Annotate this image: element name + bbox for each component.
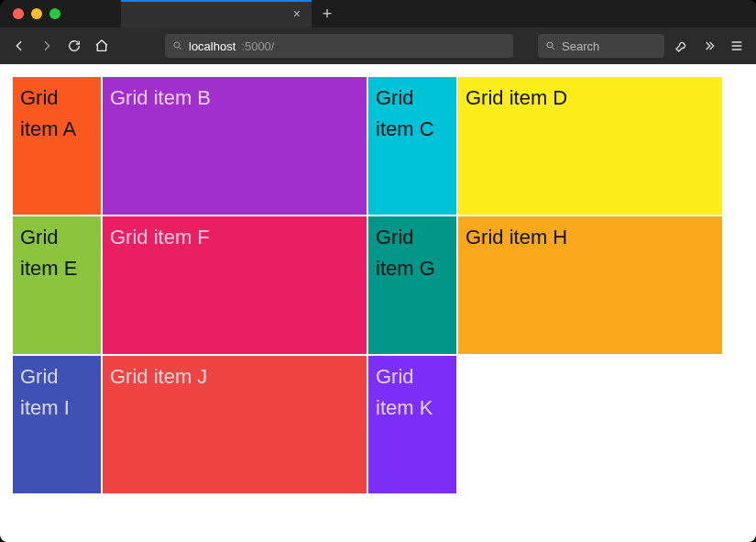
svg-point-0 <box>174 42 180 48</box>
search-icon <box>172 40 183 51</box>
reload-button[interactable] <box>64 36 84 56</box>
grid-item: Grid item I <box>13 356 101 493</box>
titlebar: × + <box>0 0 756 28</box>
reload-icon <box>67 39 82 53</box>
wrench-icon <box>674 39 689 53</box>
back-button[interactable] <box>9 36 29 56</box>
grid-item: Grid item J <box>103 356 367 493</box>
url-rest: :5000/ <box>241 39 274 53</box>
toolbar: localhost:5000/ Search <box>0 28 756 64</box>
search-placeholder: Search <box>562 39 599 53</box>
address-bar[interactable]: localhost:5000/ <box>165 34 513 58</box>
overflow-button[interactable] <box>699 36 719 56</box>
grid-item: Grid item C <box>368 77 456 215</box>
close-tab-icon[interactable]: × <box>293 6 301 21</box>
page-content: Grid item AGrid item BGrid item CGrid it… <box>0 64 756 542</box>
home-icon <box>94 39 109 53</box>
forward-button[interactable] <box>37 36 57 56</box>
window-controls <box>0 8 60 19</box>
developer-tools-button[interactable] <box>672 36 692 56</box>
grid-item: Grid item K <box>368 356 456 493</box>
arrow-right-icon <box>39 39 54 53</box>
grid-item: Grid item F <box>103 216 367 354</box>
search-icon <box>545 40 556 51</box>
tab-strip: × + <box>121 0 343 28</box>
home-button[interactable] <box>92 36 112 56</box>
grid-item: Grid item E <box>13 216 101 354</box>
css-grid-demo: Grid item AGrid item BGrid item CGrid it… <box>13 77 743 493</box>
chevrons-right-icon <box>702 39 717 53</box>
close-window-button[interactable] <box>13 8 24 19</box>
grid-item: Grid item G <box>368 216 456 354</box>
new-tab-button[interactable]: + <box>312 0 343 28</box>
grid-item: Grid item A <box>13 77 101 215</box>
grid-item: Grid item B <box>103 77 367 215</box>
svg-point-1 <box>547 42 553 48</box>
zoom-window-button[interactable] <box>49 8 60 19</box>
grid-item: Grid item D <box>458 77 722 215</box>
search-bar[interactable]: Search <box>538 34 664 58</box>
grid-item: Grid item H <box>458 216 722 354</box>
minimize-window-button[interactable] <box>31 8 42 19</box>
hamburger-icon <box>729 39 744 53</box>
url-host: localhost <box>189 39 236 53</box>
arrow-left-icon <box>12 39 27 53</box>
menu-button[interactable] <box>727 36 747 56</box>
browser-tab-active[interactable]: × <box>121 0 312 28</box>
browser-window: × + localhost:5000/ Search <box>0 0 756 542</box>
